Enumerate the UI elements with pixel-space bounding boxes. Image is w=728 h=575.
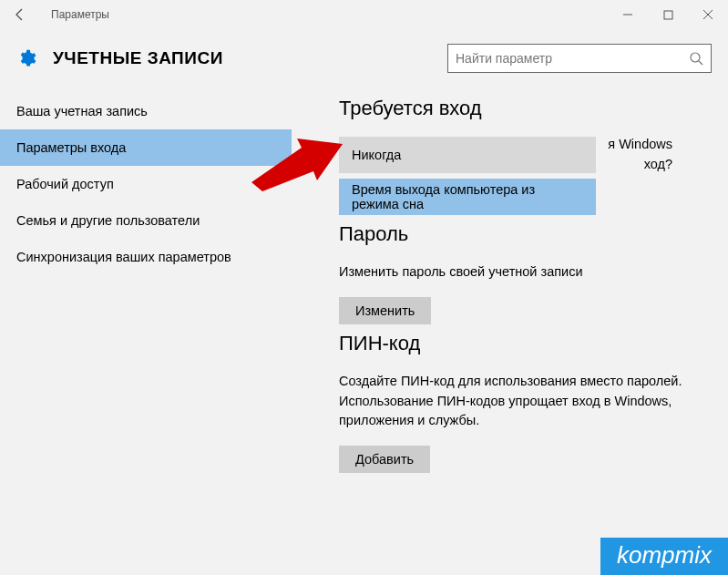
svg-marker-4 xyxy=(251,139,343,191)
close-icon xyxy=(702,9,713,20)
sidebar-item-work-access[interactable]: Рабочий доступ xyxy=(0,166,292,202)
sidebar-item-label: Семья и другие пользователи xyxy=(16,213,200,228)
search-placeholder: Найти параметр xyxy=(456,51,689,66)
sidebar-item-label: Рабочий доступ xyxy=(16,177,114,191)
maximize-icon xyxy=(663,10,673,20)
main-content: Требуется вход я Windows ход? Никогда Вр… xyxy=(292,89,728,575)
maximize-button[interactable] xyxy=(648,0,688,29)
svg-point-2 xyxy=(691,53,700,62)
sidebar-item-sync[interactable]: Синхронизация ваших параметров xyxy=(0,239,292,275)
minimize-icon xyxy=(622,9,633,20)
arrow-left-icon xyxy=(13,7,27,22)
search-icon xyxy=(689,51,703,66)
sidebar-item-account[interactable]: Ваша учетная запись xyxy=(0,93,292,129)
window-controls xyxy=(608,0,728,29)
svg-rect-1 xyxy=(664,11,672,19)
search-input[interactable]: Найти параметр xyxy=(447,44,712,73)
cropped-description: я Windows ход? xyxy=(592,135,672,175)
change-password-button[interactable]: Изменить xyxy=(339,297,431,324)
watermark: kompmix xyxy=(600,538,728,575)
password-description: Изменить пароль своей учетной записи xyxy=(339,262,706,282)
svg-line-3 xyxy=(699,61,702,65)
add-pin-button[interactable]: Добавить xyxy=(339,446,430,473)
dropdown-option-never[interactable]: Никогда xyxy=(339,137,596,173)
sidebar-item-label: Параметры входа xyxy=(16,140,126,155)
gear-icon xyxy=(16,48,36,68)
dropdown-option-sleep[interactable]: Время выхода компьютера из режима сна xyxy=(339,179,596,215)
close-button[interactable] xyxy=(688,0,728,29)
back-button[interactable] xyxy=(7,2,33,27)
titlebar: Параметры xyxy=(0,0,728,29)
pin-description: Создайте ПИН-код для использования вмест… xyxy=(339,372,706,431)
page-title: УЧЕТНЫЕ ЗАПИСИ xyxy=(53,48,223,68)
annotation-arrow-icon xyxy=(251,128,343,191)
section-heading-pin: ПИН-код xyxy=(339,332,706,355)
sidebar-item-label: Синхронизация ваших параметров xyxy=(16,250,231,264)
section-heading-password: Пароль xyxy=(339,222,706,246)
sidebar-item-signin-options[interactable]: Параметры входа xyxy=(0,129,292,166)
sidebar-item-label: Ваша учетная запись xyxy=(16,104,148,118)
section-heading-signin: Требуется вход xyxy=(339,97,706,120)
window-title: Параметры xyxy=(51,8,109,21)
minimize-button[interactable] xyxy=(608,0,648,29)
header: УЧЕТНЫЕ ЗАПИСИ Найти параметр xyxy=(0,29,728,89)
sidebar-item-family[interactable]: Семья и другие пользователи xyxy=(0,202,292,239)
sidebar: Ваша учетная запись Параметры входа Рабо… xyxy=(0,89,292,575)
